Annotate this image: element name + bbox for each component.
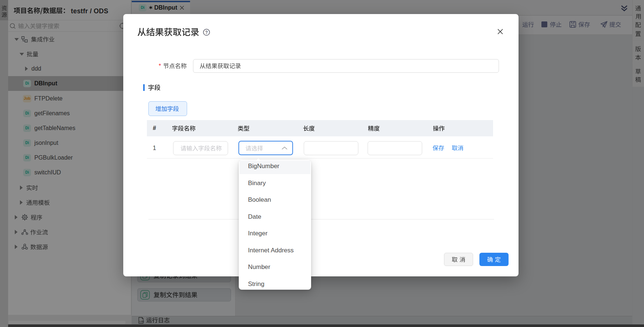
svg-text:?: ? — [205, 30, 208, 35]
